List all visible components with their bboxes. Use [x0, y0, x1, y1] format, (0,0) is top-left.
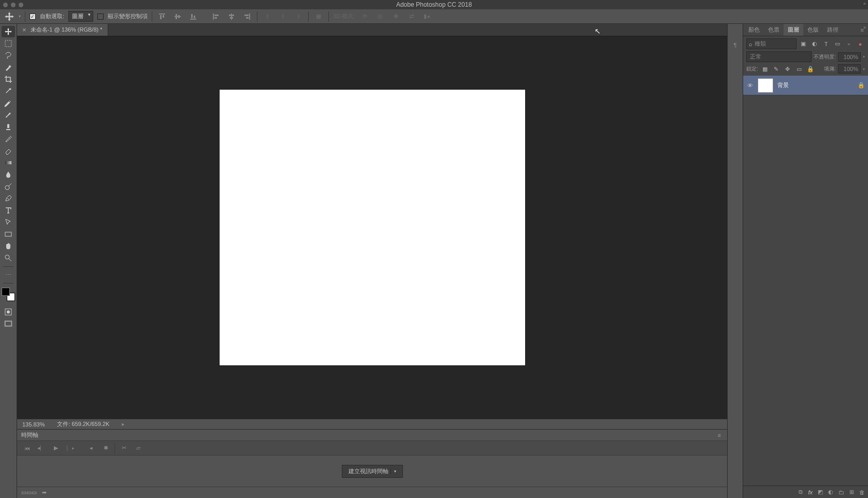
- gradient-tool[interactable]: [2, 157, 15, 168]
- magic-wand-tool[interactable]: [2, 62, 15, 73]
- timeline-settings-icon[interactable]: ✱: [100, 443, 111, 454]
- render-icon[interactable]: ➦: [42, 489, 47, 496]
- canvas-area[interactable]: [17, 36, 727, 419]
- blur-tool[interactable]: [2, 169, 15, 180]
- adjustment-layer-icon[interactable]: ◐: [828, 489, 833, 495]
- filter-pixel-icon[interactable]: ▣: [799, 39, 808, 49]
- close-window-icon[interactable]: [3, 3, 8, 7]
- doc-size-info[interactable]: 文件: 659.2K/659.2K: [57, 420, 109, 428]
- healing-brush-tool[interactable]: [2, 97, 15, 109]
- traffic-lights[interactable]: [3, 3, 23, 7]
- prev-frame-icon[interactable]: ◂⎸: [36, 443, 47, 454]
- layer-thumbnail[interactable]: [758, 78, 773, 93]
- hand-tool[interactable]: [2, 240, 15, 252]
- lasso-tool[interactable]: [2, 50, 15, 61]
- edit-toolbar-icon[interactable]: ⋯: [2, 269, 15, 280]
- 3d-pan-icon: ✥: [390, 11, 401, 22]
- move-tool-icon[interactable]: [4, 11, 15, 22]
- timeline-title[interactable]: 時間軸: [21, 431, 38, 439]
- status-arrow-icon[interactable]: ▸: [122, 421, 125, 428]
- distribute-vcenter-icon: ⫴: [277, 11, 288, 22]
- move-tool[interactable]: [2, 26, 15, 37]
- clone-stamp-tool[interactable]: [2, 121, 15, 133]
- dodge-tool[interactable]: [2, 181, 15, 192]
- collapse-dock-icon[interactable]: «: [863, 1, 866, 6]
- rectangle-tool[interactable]: [2, 229, 15, 240]
- dropdown-icon[interactable]: ▾: [19, 14, 21, 19]
- color-swatches[interactable]: [2, 288, 15, 301]
- history-brush-tool[interactable]: [2, 133, 15, 145]
- chevron-down-icon[interactable]: ▾: [390, 469, 396, 474]
- first-frame-icon[interactable]: ⏮: [21, 443, 33, 454]
- tab-paths[interactable]: 路徑: [823, 24, 843, 36]
- split-clip-icon[interactable]: ✂: [118, 443, 129, 454]
- new-group-icon[interactable]: 🗀: [838, 489, 844, 495]
- lock-position-icon[interactable]: ✥: [783, 64, 792, 74]
- tab-color[interactable]: 顏色: [744, 24, 764, 36]
- brush-tool[interactable]: [2, 109, 15, 121]
- quickmask-icon[interactable]: [2, 306, 15, 318]
- lock-label: 鎖定:: [746, 65, 758, 73]
- audio-mute-icon[interactable]: ◂: [85, 443, 97, 454]
- fill-input[interactable]: 100%: [838, 64, 861, 74]
- filter-shape-icon[interactable]: ▭: [833, 39, 842, 49]
- link-layers-icon[interactable]: ⧉: [799, 489, 803, 495]
- collapse-panel-icon[interactable]: »: [863, 25, 866, 30]
- eyedropper-tool[interactable]: [2, 86, 15, 97]
- lock-all-icon[interactable]: 🔒: [806, 64, 815, 74]
- paragraph-panel-icon[interactable]: ¶: [730, 39, 741, 51]
- opacity-stepper-icon[interactable]: ▾: [863, 54, 865, 59]
- lock-icon[interactable]: 🔒: [858, 82, 865, 89]
- visibility-icon[interactable]: 👁: [746, 82, 754, 89]
- 3d-roll-icon: ◎: [374, 11, 386, 22]
- screenmode-icon[interactable]: [2, 318, 15, 330]
- marquee-tool[interactable]: [2, 38, 15, 49]
- frame-animation-icon[interactable]: ▭▭▭: [21, 489, 37, 496]
- show-transform-checkbox[interactable]: [97, 13, 104, 20]
- lock-artboard-icon[interactable]: ▭: [794, 64, 804, 74]
- auto-select-checkbox[interactable]: ✓: [30, 13, 36, 20]
- document-tab[interactable]: × 未命名-1 @ 136% (RGB/8) *: [17, 24, 108, 36]
- minimize-window-icon[interactable]: [11, 3, 16, 7]
- layer-style-icon[interactable]: fx: [808, 489, 813, 495]
- filter-toggle-icon[interactable]: ●: [856, 39, 865, 49]
- canvas[interactable]: [220, 90, 525, 365]
- zoom-tool[interactable]: [2, 252, 15, 264]
- new-layer-icon[interactable]: ⊞: [849, 489, 854, 495]
- crop-tool[interactable]: [2, 74, 15, 85]
- maximize-window-icon[interactable]: [19, 3, 23, 7]
- filter-adjustment-icon[interactable]: ◐: [810, 39, 819, 49]
- lock-transparency-icon[interactable]: ▩: [760, 64, 770, 74]
- blend-mode-dropdown[interactable]: 正常: [746, 51, 812, 62]
- lock-pixels-icon[interactable]: ✎: [772, 64, 781, 74]
- fill-stepper-icon[interactable]: ▾: [863, 67, 865, 72]
- layer-name[interactable]: 背景: [777, 81, 853, 89]
- filter-smartobj-icon[interactable]: ▫: [844, 39, 853, 49]
- filter-type-icon[interactable]: T: [821, 39, 831, 49]
- tab-swatches[interactable]: 色票: [764, 24, 784, 36]
- next-frame-icon[interactable]: ⎸▸: [65, 443, 76, 454]
- timeline-menu-icon[interactable]: ≡: [715, 432, 724, 438]
- type-tool[interactable]: [2, 205, 15, 216]
- tab-layers[interactable]: 圖層: [784, 24, 803, 36]
- tab-channels[interactable]: 色版: [803, 24, 823, 36]
- auto-align-icon: ▦: [313, 11, 324, 22]
- transition-icon[interactable]: ▱: [133, 443, 144, 454]
- play-icon[interactable]: ▶: [50, 443, 62, 454]
- layer-mask-icon[interactable]: ◩: [818, 489, 823, 495]
- create-video-timeline-button[interactable]: 建立視訊時間軸 ▾: [342, 465, 403, 478]
- layer-row[interactable]: 👁 背景 🔒: [743, 76, 868, 95]
- zoom-level[interactable]: 135.83%: [22, 421, 45, 428]
- toolbox: ⋯: [0, 24, 17, 498]
- delete-layer-icon[interactable]: 🗑: [859, 489, 865, 495]
- align-hcenter-icon: [226, 11, 237, 22]
- eraser-tool[interactable]: [2, 145, 15, 156]
- foreground-color-swatch[interactable]: [2, 288, 10, 296]
- opacity-input[interactable]: 100%: [838, 52, 861, 62]
- auto-select-target-dropdown[interactable]: 圖層: [68, 11, 93, 22]
- document-tabs: × 未命名-1 @ 136% (RGB/8) *: [17, 24, 727, 36]
- pen-tool[interactable]: [2, 193, 15, 204]
- path-selection-tool[interactable]: [2, 217, 15, 228]
- layer-filter-dropdown[interactable]: ⌕ 種類: [746, 38, 797, 49]
- close-tab-icon[interactable]: ×: [22, 26, 26, 34]
